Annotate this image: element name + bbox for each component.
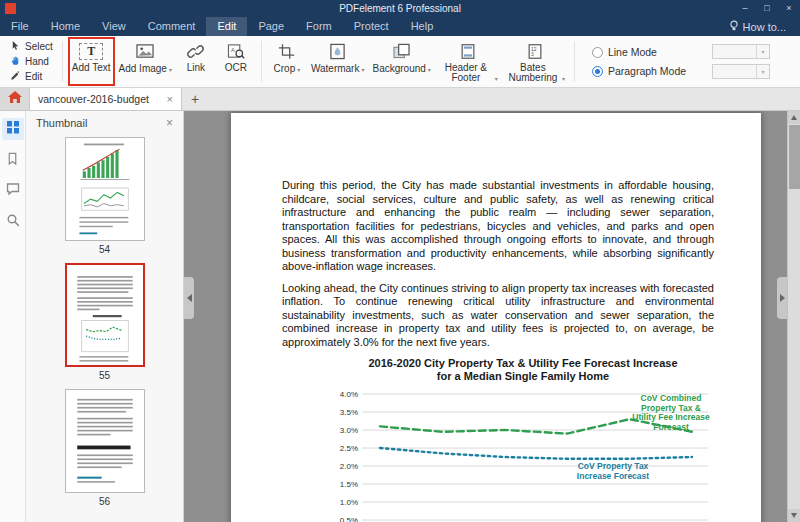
document-tab[interactable]: vancouver-2016-budget × <box>30 88 182 110</box>
document-view-area: During this period, the City has made su… <box>184 111 787 522</box>
scroll-down-button[interactable] <box>788 509 800 522</box>
vertical-scrollbar[interactable] <box>787 111 800 522</box>
svg-text:2.5%: 2.5% <box>340 444 358 453</box>
minimize-button[interactable]: – <box>734 0 756 17</box>
chart-plot: 4.0%3.5%3.0%2.5%2.0%1.5%1.0%0.5%0.0% CoV… <box>332 388 714 522</box>
menu-file[interactable]: File <box>0 17 40 36</box>
pdf-page-55[interactable]: During this period, the City has made su… <box>231 113 761 522</box>
tab-close-icon[interactable]: × <box>167 94 173 105</box>
watermark-icon <box>328 41 347 62</box>
svg-text:3.0%: 3.0% <box>340 426 358 435</box>
arrow-down-icon <box>791 513 797 518</box>
menu-edit[interactable]: Edit <box>206 17 247 36</box>
page-55-thumbnail[interactable] <box>65 263 145 367</box>
comments-panel-button[interactable] <box>2 180 24 202</box>
crop-icon <box>278 41 296 62</box>
search-icon <box>6 213 20 231</box>
link-button[interactable]: Link <box>176 37 216 86</box>
svg-text:4.0%: 4.0% <box>340 390 358 399</box>
arrow-up-icon <box>791 115 797 120</box>
image-icon <box>135 41 155 62</box>
menu-page[interactable]: Page <box>247 17 295 36</box>
radio-icon <box>592 47 603 58</box>
svg-text:3.5%: 3.5% <box>340 408 358 417</box>
chart-annotation-property-tax: CoV Property Tax Increase Forecast <box>568 462 658 481</box>
background-button[interactable]: Background <box>368 37 434 86</box>
pdfelement-window: PDFelement 6 Professional – □ × File Hom… <box>0 0 800 522</box>
collapse-left-panel-handle[interactable] <box>184 277 194 319</box>
thumbnail-item: 54 <box>65 137 145 255</box>
svg-text:A: A <box>231 47 235 53</box>
thumbnail-panel-button[interactable] <box>2 118 24 140</box>
how-to-label: How to... <box>743 21 786 33</box>
ribbon-toolbar: Select Hand Edit T Add Text Add Image <box>0 36 800 88</box>
menu-form[interactable]: Form <box>295 17 343 36</box>
font-combo-2[interactable] <box>712 64 770 79</box>
title-bar[interactable]: PDFelement 6 Professional – □ × <box>0 0 800 17</box>
collapse-right-panel-handle[interactable] <box>777 277 787 319</box>
thumbnail-panel-title: Thumbnail <box>36 117 87 129</box>
dropdown-arrow-icon <box>297 63 300 74</box>
page-paragraph-1[interactable]: During this period, the City has made su… <box>282 179 714 274</box>
page-54-preview <box>66 138 144 238</box>
maximize-button[interactable]: □ <box>756 0 778 17</box>
add-text-button[interactable]: T Add Text <box>68 37 115 86</box>
page-paragraph-2[interactable]: Looking ahead, the City continues strivi… <box>282 282 714 350</box>
watermark-button[interactable]: Watermark <box>307 37 369 86</box>
menu-bar: File Home View Comment Edit Page Form Pr… <box>0 17 800 36</box>
scroll-up-button[interactable] <box>788 111 800 124</box>
lightbulb-icon <box>729 20 739 34</box>
page-54-thumbnail[interactable] <box>65 137 145 241</box>
dropdown-arrow-icon <box>169 63 172 74</box>
menu-help[interactable]: Help <box>400 17 445 36</box>
hand-tool-button[interactable]: Hand <box>8 55 55 69</box>
menu-comment[interactable]: Comment <box>137 17 207 36</box>
search-panel-button[interactable] <box>2 211 24 233</box>
bates-numbering-button[interactable]: 123 Bates Numbering <box>502 37 569 86</box>
background-icon <box>392 41 411 62</box>
chevron-right-icon <box>780 294 785 302</box>
line-mode-radio[interactable]: Line Mode <box>592 46 686 58</box>
page-56-thumbnail[interactable] <box>65 389 145 493</box>
hand-icon <box>10 55 21 68</box>
svg-text:1.5%: 1.5% <box>340 480 358 489</box>
edit-tool-button[interactable]: Edit <box>8 70 55 84</box>
font-combo-1[interactable] <box>712 44 770 59</box>
document-tab-bar: vancouver-2016-budget × + <box>0 88 800 111</box>
svg-text:2.0%: 2.0% <box>340 462 358 471</box>
add-image-button[interactable]: Add Image <box>115 37 176 86</box>
svg-text:3: 3 <box>531 52 534 57</box>
chart-subtitle: for a Median Single Family Home <box>332 370 714 383</box>
separator <box>574 41 575 82</box>
close-button[interactable]: × <box>778 0 800 17</box>
ocr-button[interactable]: A OCR <box>216 37 256 86</box>
dropdown-arrow-icon <box>562 72 565 83</box>
document-tab-label: vancouver-2016-budget <box>38 93 161 105</box>
paragraph-mode-radio[interactable]: Paragraph Mode <box>592 65 686 77</box>
combo-arrow-icon <box>756 45 769 58</box>
menu-view[interactable]: View <box>91 17 137 36</box>
new-tab-button[interactable]: + <box>182 88 208 110</box>
chevron-left-icon <box>187 294 192 302</box>
header-footer-button[interactable]: Header & Footer <box>435 37 502 86</box>
page-54-number: 54 <box>99 244 110 255</box>
svg-text:0.5%: 0.5% <box>340 516 358 522</box>
menu-protect[interactable]: Protect <box>343 17 400 36</box>
bookmarks-panel-button[interactable] <box>2 149 24 171</box>
how-to-link[interactable]: How to... <box>715 17 800 36</box>
separator <box>62 41 63 82</box>
page-55-number: 55 <box>99 370 110 381</box>
menu-home[interactable]: Home <box>40 17 91 36</box>
edit-mode-group: Line Mode Paragraph Mode <box>580 37 698 86</box>
pencil-icon <box>10 70 21 83</box>
combo-arrow-icon <box>756 65 769 78</box>
forecast-chart[interactable]: 2016-2020 City Property Tax & Utility Fe… <box>332 357 714 522</box>
panel-close-icon[interactable]: × <box>166 117 173 129</box>
left-navigation-strip <box>0 111 26 522</box>
thumbnails-icon <box>6 120 20 138</box>
home-button[interactable] <box>0 88 30 110</box>
crop-button[interactable]: Crop <box>267 37 307 86</box>
header-footer-icon <box>459 41 477 62</box>
scrollbar-thumb[interactable] <box>789 125 800 189</box>
select-tool-button[interactable]: Select <box>8 40 55 54</box>
